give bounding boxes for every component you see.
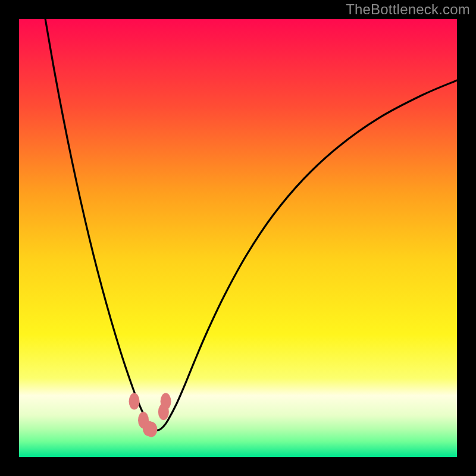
curve-marker	[129, 393, 140, 410]
curve-marker-base	[143, 425, 155, 434]
chart-svg	[19, 19, 457, 457]
curve-marker	[161, 393, 171, 410]
chart-frame: TheBottleneck.com	[0, 0, 476, 476]
plot-area	[19, 19, 457, 457]
watermark-text: TheBottleneck.com	[346, 1, 470, 18]
gradient-background	[19, 19, 457, 457]
